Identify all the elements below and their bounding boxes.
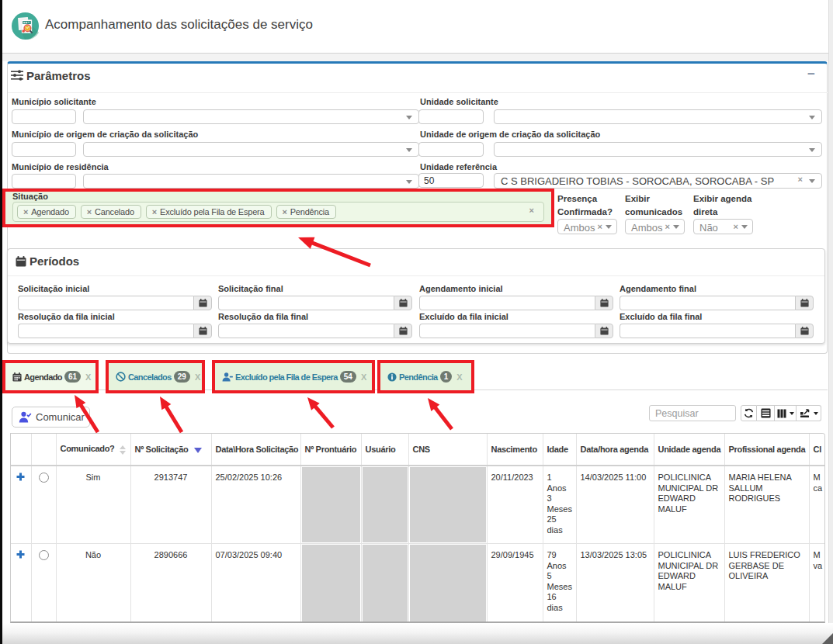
municipio-solicitante-select[interactable] xyxy=(83,109,419,124)
tab-excluido-fila-espera[interactable]: Excluído pela Fila de Espera 54 X xyxy=(212,360,375,393)
solicitacao-inicial-input[interactable] xyxy=(18,296,193,310)
solicitacao-final-input[interactable] xyxy=(218,296,394,310)
clear-icon[interactable]: × xyxy=(665,222,670,231)
col-usuario[interactable]: Usuário xyxy=(361,434,408,466)
calendar-icon[interactable] xyxy=(595,324,613,338)
tab-count-badge: 1 xyxy=(440,371,453,383)
label-agendamento-final: Agendamento final xyxy=(620,284,814,293)
remove-tag-icon[interactable]: × xyxy=(283,207,287,216)
excluido-inicial-input[interactable] xyxy=(419,324,595,338)
tab-count-badge: 61 xyxy=(64,371,81,383)
presenca-confirmada-select[interactable]: Ambos × xyxy=(557,219,617,234)
label-unidade-solicitante: Unidade solicitante xyxy=(420,97,498,106)
situacao-multiselect[interactable]: ×Agendado ×Cancelado ×Excluído pela Fila… xyxy=(12,202,544,222)
comunicar-button[interactable]: Comunicar xyxy=(12,407,90,428)
municipio-residencia-code-input[interactable] xyxy=(12,174,76,189)
clear-icon[interactable]: × xyxy=(598,222,602,231)
cell-idade: 79 Anos 5 Meses 16 dias xyxy=(543,544,576,624)
calendar-icon[interactable] xyxy=(193,296,212,310)
unidade-solicitante-select[interactable] xyxy=(494,109,822,124)
col-data-agenda[interactable]: Data/hora agenda xyxy=(576,434,654,466)
clear-icon[interactable]: × xyxy=(798,175,803,184)
situacao-tag[interactable]: ×Agendado xyxy=(17,205,76,219)
tab-pendencia[interactable]: Pendência 1 X xyxy=(377,360,474,393)
tab-close-icon[interactable]: X xyxy=(361,372,366,382)
cell-profissional-agenda: LUIS FREDERICO GERBASE DE OLIVEIRA xyxy=(724,544,809,624)
tab-close-icon[interactable]: X xyxy=(195,372,200,382)
toggle-view-button[interactable] xyxy=(757,405,775,421)
municipio-origem-code-input[interactable] xyxy=(12,142,76,157)
situacao-tag[interactable]: ×Excluído pela Fila de Espera xyxy=(146,205,272,219)
tab-label: Pendência xyxy=(399,372,438,382)
exibir-comunicados-select[interactable]: Ambos × xyxy=(625,219,685,234)
municipio-origem-select[interactable] xyxy=(83,142,419,157)
municipio-residencia-select[interactable] xyxy=(83,174,419,189)
cell-data-agenda: 14/03/2025 11:00 xyxy=(576,466,654,544)
tab-agendado[interactable]: Agendado 61 X xyxy=(2,360,99,393)
chevron-down-icon xyxy=(809,148,815,152)
agendamento-final-input[interactable] xyxy=(620,296,795,310)
excluido-final-input[interactable] xyxy=(620,324,795,338)
search-input[interactable] xyxy=(649,405,736,421)
situacao-tag[interactable]: ×Cancelado xyxy=(81,205,141,219)
chevron-down-icon xyxy=(790,412,794,415)
remove-tag-icon[interactable]: × xyxy=(152,207,157,216)
periodos-title: Períodos xyxy=(30,254,79,268)
service-request-doc-icon xyxy=(12,12,39,43)
col-idade[interactable]: Idade xyxy=(543,434,576,466)
cell-data-agenda: 13/03/2025 13:05 xyxy=(576,544,654,624)
calendar-icon xyxy=(16,256,26,270)
agendamento-inicial-input[interactable] xyxy=(419,296,595,310)
clear-icon[interactable]: × xyxy=(529,206,534,215)
exibir-agenda-direta-select[interactable]: Não × xyxy=(693,219,753,234)
cell-solicitacao: 2913747 xyxy=(130,466,211,544)
calendar-icon[interactable] xyxy=(193,324,212,338)
resolucao-final-input[interactable] xyxy=(218,324,394,338)
export-button[interactable] xyxy=(797,405,821,421)
clear-icon[interactable]: × xyxy=(734,222,738,231)
tab-close-icon[interactable]: X xyxy=(456,372,462,382)
calendar-icon[interactable] xyxy=(394,324,412,338)
collapse-panel-button[interactable]: − xyxy=(807,67,815,82)
unidade-referencia-value: C S BRIGADEIRO TOBIAS - SOROCABA, SOROCA… xyxy=(501,175,774,187)
label-unidade-referencia: Unidade referência xyxy=(420,162,497,171)
municipio-solicitante-code-input[interactable] xyxy=(12,109,76,124)
calendar-icon[interactable] xyxy=(394,296,412,310)
col-prontuario[interactable]: Nº Prontuário xyxy=(300,434,361,466)
parameters-title: Parâmetros xyxy=(26,69,91,82)
resolucao-inicial-input[interactable] xyxy=(18,324,193,338)
col-data-solicitacao[interactable]: Data\Hora Solicitação xyxy=(211,434,300,466)
col-solicitacao[interactable]: Nº Solicitação xyxy=(130,434,211,466)
row-radio[interactable] xyxy=(31,466,56,544)
expand-row-button[interactable] xyxy=(11,466,31,544)
unidade-referencia-code-input[interactable] xyxy=(418,173,484,188)
row-radio[interactable] xyxy=(31,544,56,624)
tab-close-icon[interactable]: X xyxy=(85,372,91,382)
refresh-button[interactable] xyxy=(741,405,757,421)
col-unidade-agenda[interactable]: Unidade agenda xyxy=(654,434,724,466)
col-profissional-agenda[interactable]: Profissional agenda xyxy=(724,434,809,466)
unidade-origem-select[interactable] xyxy=(494,142,822,157)
cell-extra: M ca xyxy=(809,466,825,544)
col-nascimento[interactable]: Nascimento xyxy=(487,434,543,466)
calendar-icon[interactable] xyxy=(595,296,613,310)
tag-label: Cancelado xyxy=(95,207,134,216)
tab-label: Excluído pela Fila de Espera xyxy=(235,372,338,382)
columns-button[interactable] xyxy=(775,405,797,421)
calendar-icon[interactable] xyxy=(795,296,814,310)
expand-row-button[interactable] xyxy=(11,544,31,624)
remove-tag-icon[interactable]: × xyxy=(23,207,28,216)
calendar-icon[interactable] xyxy=(795,324,814,338)
tab-cancelados[interactable]: Cancelados 29 X xyxy=(106,360,205,393)
col-cns[interactable]: CNS xyxy=(408,434,487,466)
tab-label: Cancelados xyxy=(128,372,172,382)
unidade-origem-code-input[interactable] xyxy=(418,142,484,157)
unidade-solicitante-code-input[interactable] xyxy=(418,109,484,124)
col-comunicado[interactable]: Comunicado? xyxy=(56,434,130,466)
resize-grip-icon[interactable] xyxy=(822,633,833,644)
col-extra[interactable]: Cl xyxy=(809,434,825,466)
unidade-referencia-select[interactable]: C S BRIGADEIRO TOBIAS - SOROCABA, SOROCA… xyxy=(494,173,822,189)
remove-tag-icon[interactable]: × xyxy=(87,207,92,216)
vertical-scrollbar[interactable] xyxy=(828,0,833,625)
situacao-tag[interactable]: ×Pendência xyxy=(276,205,336,219)
